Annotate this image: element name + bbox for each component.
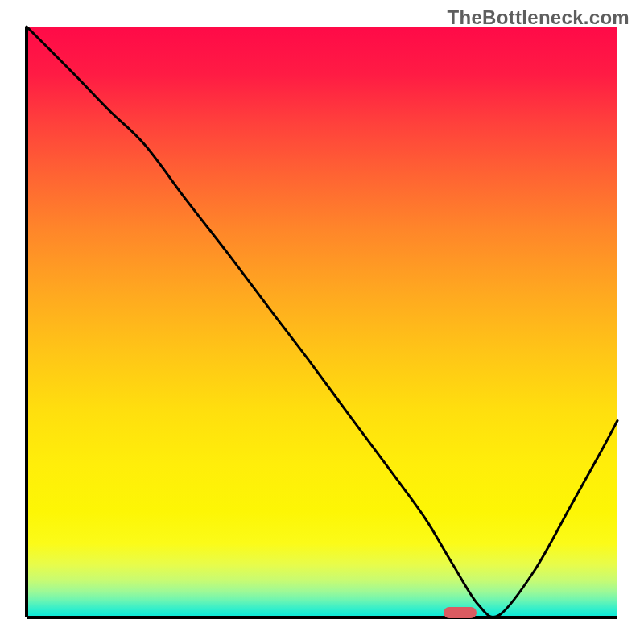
y-axis-line bbox=[25, 27, 28, 617]
bottleneck-chart: TheBottleneck.com bbox=[0, 0, 644, 644]
gradient-background bbox=[27, 27, 617, 617]
watermark-text: TheBottleneck.com bbox=[448, 6, 630, 29]
x-axis-line bbox=[27, 616, 617, 619]
